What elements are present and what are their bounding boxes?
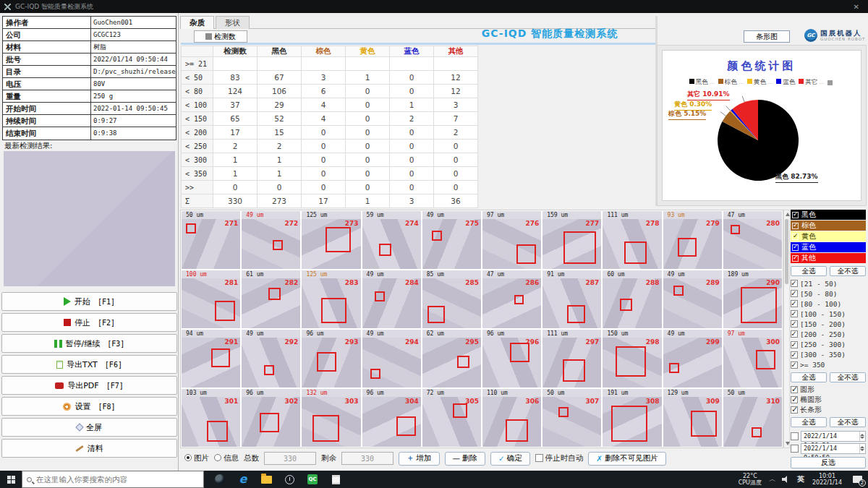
confirm-button[interactable]: ✓确定: [490, 452, 530, 466]
date-input[interactable]: 2022/1/14 9:50:50: [801, 431, 866, 442]
size-filter-7[interactable]: [300 - 350): [791, 350, 866, 360]
grid-tile[interactable]: 129 um309: [663, 389, 722, 447]
select-none-button[interactable]: 全不选: [830, 266, 866, 276]
scrollbar-thumb[interactable]: [785, 219, 788, 284]
grid-tile[interactable]: 111 um278: [603, 211, 661, 269]
spin-down-icon[interactable]: [860, 449, 864, 451]
tray-expand-chevron[interactable]: ︿: [766, 474, 779, 484]
action-button-2[interactable]: 暂停/继续[F3]: [1, 334, 177, 353]
checkbox-icon[interactable]: [791, 432, 799, 440]
grid-tile[interactable]: 49 um289: [663, 270, 722, 328]
grid-tile[interactable]: 49 um272: [242, 211, 300, 269]
window-close-button[interactable]: ✕: [849, 3, 864, 11]
checkbox-icon[interactable]: [791, 445, 799, 453]
browser-app-icon[interactable]: [208, 471, 231, 488]
total-input[interactable]: [264, 452, 316, 465]
size-filter-8[interactable]: >= 350: [791, 360, 866, 370]
invert-selection-button[interactable]: 反选: [791, 457, 866, 468]
action-button-4[interactable]: 导出PDF[F7]: [1, 376, 177, 395]
start-detect-button[interactable]: 开始[F1]: [1, 292, 177, 311]
grid-tile[interactable]: 191 um308: [603, 389, 661, 447]
grid-tile[interactable]: 49 um292: [242, 330, 300, 388]
grid-tile[interactable]: 50 um310: [723, 389, 782, 447]
grid-tile[interactable]: 100 um281: [182, 270, 240, 328]
action-button-7[interactable]: 清料: [1, 439, 177, 458]
grid-tile[interactable]: 96 um296: [482, 330, 541, 388]
grid-scrollbar[interactable]: [783, 210, 790, 448]
taskbar-search[interactable]: [22, 471, 204, 488]
grid-tile[interactable]: 72 um305: [422, 389, 481, 447]
grid-tile[interactable]: 125 um273: [302, 211, 360, 269]
edge-app-icon[interactable]: e: [231, 471, 255, 488]
picture-radio[interactable]: 图片: [184, 453, 209, 463]
size-filter-1[interactable]: [50 - 80): [791, 288, 866, 299]
select-none-button[interactable]: 全不选: [830, 372, 866, 382]
action-button-6[interactable]: 全屏: [1, 418, 177, 437]
action-button-1[interactable]: 停止[F2]: [1, 313, 177, 332]
grid-tile[interactable]: 47 um280: [723, 211, 782, 269]
scroll-up-icon[interactable]: [786, 213, 790, 216]
grid-tile[interactable]: 62 um295: [422, 330, 481, 388]
select-all-button[interactable]: 全选: [791, 266, 827, 276]
spinner-icon[interactable]: [859, 444, 865, 453]
tab-shape[interactable]: 形状: [216, 16, 250, 29]
grid-tile[interactable]: 97 um300: [723, 330, 782, 388]
grid-tile[interactable]: 189 um290: [723, 270, 782, 328]
volume-icon[interactable]: [782, 476, 791, 483]
notepad-app-icon[interactable]: [324, 471, 347, 488]
select-none-button[interactable]: 全不选: [830, 417, 866, 427]
start-button[interactable]: [0, 471, 22, 488]
search-input[interactable]: [36, 475, 199, 484]
grid-tile[interactable]: 93 um279: [663, 211, 722, 269]
grid-tile[interactable]: 49 um299: [663, 330, 722, 388]
shape-filter-2[interactable]: 长条形: [791, 405, 866, 415]
grid-tile[interactable]: 49 um275: [422, 211, 481, 269]
size-filter-0[interactable]: [21 - 50): [791, 278, 866, 288]
action-button-3[interactable]: 导出TXT[F6]: [1, 355, 177, 374]
tab-impurity[interactable]: 杂质: [180, 16, 214, 29]
grid-tile[interactable]: 96 um302: [242, 389, 300, 447]
date-input[interactable]: 2022/1/14 9:50:50: [801, 443, 866, 454]
spin-down-icon[interactable]: [860, 437, 864, 439]
size-filter-5[interactable]: [200 - 250): [791, 329, 866, 339]
detect-count-button[interactable]: 检测数: [194, 30, 247, 43]
shape-filter-1[interactable]: 椭圆形: [791, 395, 866, 405]
input-language-indicator[interactable]: 英: [793, 474, 808, 484]
select-all-button[interactable]: 全选: [791, 417, 827, 427]
grid-tile[interactable]: 150 um298: [603, 330, 661, 388]
spinner-icon[interactable]: [859, 432, 865, 441]
grid-tile[interactable]: 59 um274: [362, 211, 421, 269]
grid-tile[interactable]: 103 um301: [182, 389, 240, 447]
grid-tile[interactable]: 110 um306: [482, 389, 541, 447]
grid-tile[interactable]: 96 um293: [302, 330, 360, 388]
color-filter-4[interactable]: 其他: [791, 253, 866, 263]
grid-tile[interactable]: 47 um286: [482, 270, 541, 328]
remaining-input[interactable]: [341, 452, 393, 465]
delete-invisible-button[interactable]: ✗删除不可见图片: [588, 452, 665, 466]
add-button[interactable]: ＋增加: [399, 452, 440, 466]
grid-tile[interactable]: 125 um283: [302, 270, 360, 328]
size-filter-3[interactable]: [100 - 150): [791, 309, 866, 319]
grid-tile[interactable]: 97 um276: [482, 211, 541, 269]
spin-up-icon[interactable]: [860, 446, 864, 448]
grid-tile[interactable]: 49 um294: [362, 330, 421, 388]
delete-button[interactable]: —删除: [445, 452, 486, 466]
select-all-button[interactable]: 全选: [791, 372, 827, 382]
size-filter-4[interactable]: [150 - 200): [791, 319, 866, 329]
grid-tile[interactable]: 85 um285: [422, 270, 481, 328]
color-filter-3[interactable]: 蓝色: [791, 242, 866, 252]
bar-chart-button[interactable]: 条形图: [744, 30, 790, 43]
info-radio[interactable]: 信息: [214, 453, 239, 463]
action-button-5[interactable]: 设置[F8]: [1, 397, 177, 416]
color-filter-0[interactable]: 黑色: [791, 210, 866, 220]
clock-datetime[interactable]: 10:012022/1/14: [808, 473, 846, 486]
grid-tile[interactable]: 96 um304: [362, 389, 421, 447]
grid-tile[interactable]: 159 um277: [542, 211, 601, 269]
cpu-temp-indicator[interactable]: 22°CCPU温度: [734, 473, 766, 486]
size-filter-6[interactable]: [250 - 300): [791, 339, 866, 349]
color-filter-2[interactable]: 黄色: [791, 231, 866, 241]
auto-stop-checkbox[interactable]: 停止时自动: [535, 453, 584, 463]
color-filter-1[interactable]: 棕色: [791, 221, 866, 231]
grid-tile[interactable]: 50 um307: [542, 389, 601, 447]
grid-tile[interactable]: 94 um291: [182, 330, 240, 388]
